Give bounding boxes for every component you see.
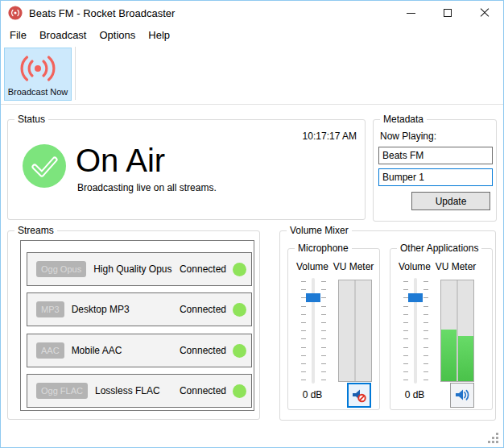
volume-mixer-group-label: Volume Mixer (287, 225, 352, 237)
connected-dot-icon (233, 303, 246, 317)
menu-item-file[interactable]: File (3, 26, 33, 44)
connected-dot-icon (233, 384, 246, 398)
toolbar-separator (75, 47, 76, 100)
connected-dot-icon (233, 263, 246, 276)
apps-volume-button[interactable] (450, 383, 474, 408)
resize-grip-icon[interactable] (496, 441, 498, 443)
window-controls (392, 1, 503, 25)
other-apps-channel-group: Other Applications Volume VU Meter 0 dB (390, 248, 493, 410)
check-circle-icon (23, 144, 66, 188)
format-badge: Ogg Opus (36, 261, 86, 277)
slider-ticks (423, 281, 428, 381)
status-group: Status 10:17:17 AM On Air Broadcasting l… (7, 119, 366, 220)
vu-bar-right (356, 280, 371, 381)
status-subtitle: Broadcasting live on all streams. (77, 182, 217, 193)
microphone-channel-group: Microphone Volume VU Meter 0 dB (287, 248, 380, 410)
broadcast-now-button[interactable]: Broadcast Now (4, 48, 72, 101)
stream-row-mp3[interactable]: MP3 Desktop MP3 Connected (27, 292, 252, 326)
stream-row-aac[interactable]: AAC Mobile AAC Connected (27, 334, 252, 367)
microphone-group-label: Microphone (295, 243, 352, 255)
station-name-input[interactable] (378, 147, 493, 164)
metadata-group: Metadata Now Playing: Update (373, 119, 497, 222)
menu-item-broadcast[interactable]: Broadcast (33, 26, 93, 44)
vu-meter-column-label: VU Meter (431, 261, 481, 272)
menu-item-help[interactable]: Help (142, 26, 176, 44)
mic-vu-meter (338, 280, 372, 382)
close-icon (480, 8, 490, 18)
speaker-muted-icon (351, 388, 367, 403)
vu-bar-left (441, 280, 456, 381)
vu-meter-column-label: VU Meter (328, 261, 378, 272)
clock: 10:17:17 AM (303, 131, 357, 142)
track-name-input[interactable] (378, 168, 493, 186)
now-playing-label: Now Playing: (380, 131, 436, 142)
stream-row-opus[interactable]: Ogg Opus High Quality Opus Connected (27, 252, 252, 286)
stream-name: High Quality Opus (93, 263, 171, 275)
stream-list: Ogg Opus High Quality Opus Connected MP3… (20, 240, 254, 411)
vu-fill (458, 336, 473, 381)
slider-ticks (321, 281, 326, 381)
app-icon (8, 6, 23, 20)
apps-db-label: 0 dB (390, 389, 439, 400)
mic-mute-button[interactable] (347, 383, 371, 408)
apps-volume-slider-thumb[interactable] (408, 293, 423, 302)
title-bar: Beats FM - Rocket Broadcaster (1, 1, 503, 25)
mic-volume-slider-thumb[interactable] (306, 293, 320, 302)
format-badge: AAC (36, 342, 64, 359)
stream-status: Connected (180, 345, 226, 356)
format-badge: Ogg FLAC (36, 383, 88, 399)
menu-item-options[interactable]: Options (93, 26, 143, 44)
stream-name: Lossless FLAC (95, 385, 160, 396)
volume-mixer-group: Volume Mixer Microphone Volume VU Meter … (279, 230, 496, 421)
toolbar: Broadcast Now (1, 45, 503, 104)
stream-name: Mobile AAC (72, 345, 122, 356)
minimize-button[interactable] (392, 1, 429, 25)
broadcast-waves-icon (19, 55, 57, 82)
streams-group-label: Streams (14, 225, 57, 237)
app-window: Beats FM - Rocket Broadcaster File Broad… (0, 0, 504, 448)
broadcast-now-label: Broadcast Now (8, 87, 68, 97)
other-apps-group-label: Other Applications (397, 243, 481, 255)
vu-fill (441, 330, 456, 381)
stream-row-flac[interactable]: Ogg FLAC Lossless FLAC Connected (27, 374, 252, 408)
minimize-icon (407, 13, 415, 14)
window-title: Beats FM - Rocket Broadcaster (29, 7, 175, 19)
metadata-group-label: Metadata (380, 114, 427, 126)
close-button[interactable] (466, 1, 503, 25)
menu-bar: File Broadcast Options Help (1, 25, 503, 45)
speaker-loud-icon (454, 388, 470, 403)
stream-status: Connected (180, 304, 226, 315)
on-air-headline: On Air (76, 143, 165, 177)
apps-vu-meter (440, 280, 474, 382)
maximize-button[interactable] (429, 1, 466, 25)
connected-dot-icon (233, 344, 246, 358)
vu-bar-left (339, 280, 354, 381)
toolbar-divider (1, 104, 503, 105)
status-group-label: Status (14, 114, 48, 126)
vu-bar-right (458, 280, 473, 381)
format-badge: MP3 (36, 301, 64, 317)
update-button[interactable]: Update (411, 192, 490, 210)
stream-status: Connected (180, 263, 226, 275)
stream-status: Connected (180, 385, 226, 396)
stream-name: Desktop MP3 (72, 304, 130, 315)
streams-group: Streams Ogg Opus High Quality Opus Conne… (7, 230, 260, 420)
mic-db-label: 0 dB (288, 389, 337, 400)
maximize-icon (444, 9, 452, 17)
